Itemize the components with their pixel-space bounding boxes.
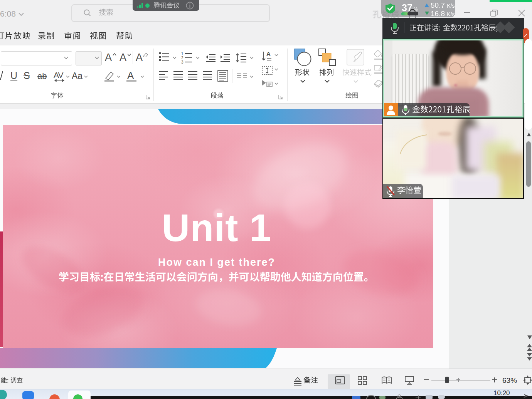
svg-text:1: 1	[181, 52, 184, 56]
svg-text:A: A	[266, 50, 271, 57]
svg-text:3: 3	[181, 60, 184, 64]
svg-text:2: 2	[181, 56, 184, 60]
